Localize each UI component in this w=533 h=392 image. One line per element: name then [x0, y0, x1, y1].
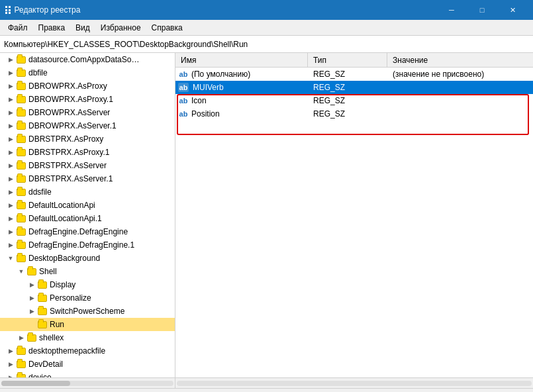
row-name-default: ab (По умолчанию) [175, 70, 308, 79]
row-type-default: REG_SZ [308, 70, 387, 79]
tree-label: datasource.ComAppxDataSo… [28, 55, 139, 64]
expand-icon[interactable]: ▶ [26, 279, 37, 290]
tree-item-defragengine1[interactable]: ▶ DefragEngine.DefragEngine.1 [0, 238, 175, 252]
expand-icon[interactable]: ▶ [5, 240, 16, 250]
table-body: ab (По умолчанию) REG_SZ (значение не пр… [175, 68, 533, 377]
expand-icon[interactable]: ▶ [5, 160, 16, 171]
tree-label: Shell [39, 267, 57, 276]
tree-item-dbrstprx-asproxy1[interactable]: ▶ DBRSTPRX.AsProxy.1 [0, 146, 175, 159]
tree-label: DBROWPRX.AsProxy [28, 81, 107, 91]
tree-item-device[interactable]: ▶ device [0, 371, 175, 377]
tree-item-datasource[interactable]: ▶ datasource.ComAppxDataSo… [0, 53, 175, 66]
tree-label: DesktopBackground [28, 254, 100, 263]
tree-item-dbrstprx-asproxy[interactable]: ▶ DBRSTPRX.AsProxy [0, 132, 175, 146]
expand-icon[interactable]: ▶ [26, 293, 37, 303]
folder-icon [16, 121, 26, 130]
expand-icon[interactable]: ▶ [5, 81, 16, 91]
column-header-value: Значение [387, 53, 533, 67]
tree-item-switchpowerscheme[interactable]: ▶ SwitchPowerScheme [0, 305, 175, 318]
expand-icon[interactable]: ▶ [5, 121, 16, 131]
tree-item-personalize[interactable]: ▶ Personalize [0, 291, 175, 305]
right-scrollbar[interactable] [175, 378, 533, 388]
expand-icon[interactable]: ▶ [5, 359, 16, 369]
expand-icon[interactable]: ▶ [5, 346, 16, 356]
menu-favorites[interactable]: Избранное [95, 21, 146, 34]
expand-icon[interactable]: ▶ [16, 332, 26, 343]
folder-icon [16, 240, 26, 250]
tree-item-devdetail[interactable]: ▶ DevDetail [0, 358, 175, 371]
tree-scrollbar[interactable] [0, 378, 175, 388]
table-row[interactable]: ab Icon REG_SZ [175, 94, 533, 107]
expand-icon[interactable]: ▶ [5, 173, 16, 184]
tree-item-desktopthemepackfile[interactable]: ▶ desktopthemepackfile [0, 344, 175, 358]
folder-icon [16, 55, 26, 64]
right-hscrollbar[interactable] [177, 381, 532, 386]
menu-bar: Файл Правка Вид Избранное Справка [0, 20, 533, 36]
tree-item-display[interactable]: ▶ Display [0, 278, 175, 291]
expand-icon[interactable]: ▼ [5, 253, 16, 264]
address-bar: Компьютер\HKEY_CLASSES_ROOT\DesktopBackg… [0, 36, 533, 53]
tree-label: DBROWPRX.AsServer.1 [28, 121, 117, 130]
tree-label: DefaultLocationApi [28, 201, 95, 210]
folder-icon [37, 280, 48, 289]
menu-file[interactable]: Файл [3, 21, 33, 34]
table-row[interactable]: ab (По умолчанию) REG_SZ (значение не пр… [175, 68, 533, 81]
expand-icon[interactable]: ▶ [5, 200, 16, 211]
maximize-button[interactable]: □ [467, 0, 497, 20]
tree-item-run[interactable]: Run [0, 318, 175, 331]
title-bar: Редактор реестра ─ □ ✕ [0, 0, 533, 20]
expand-icon[interactable]: ▶ [5, 226, 16, 237]
expand-icon[interactable]: ▶ [5, 134, 16, 144]
window-title: Редактор реестра [15, 5, 437, 15]
expand-icon[interactable]: ▶ [5, 372, 16, 377]
tree-label: DevDetail [28, 360, 63, 369]
tree-item-dbrowprx-asproxy1[interactable]: ▶ DBROWPRX.AsProxy.1 [0, 93, 175, 106]
folder-icon [37, 307, 48, 316]
expand-icon[interactable]: ▶ [5, 68, 16, 78]
right-panel: Имя Тип Значение ab (По умолчанию) [175, 53, 533, 377]
tree-hscrollbar[interactable] [1, 381, 173, 386]
folder-icon [16, 95, 26, 104]
table-row[interactable]: ab MUIVerb REG_SZ [175, 81, 533, 94]
tree-item-dbfile[interactable]: ▶ dbfile [0, 66, 175, 79]
expand-icon[interactable]: ▼ [16, 266, 26, 277]
tree-label: DBROWPRX.AsProxy.1 [28, 95, 113, 104]
expand-icon[interactable]: ▶ [5, 187, 16, 197]
tree-hscroll-thumb[interactable] [1, 381, 70, 386]
table-row[interactable]: ab Position REG_SZ [175, 107, 533, 121]
app-window: Редактор реестра ─ □ ✕ Файл Правка Вид И… [0, 0, 533, 392]
tree-item-ddsfile[interactable]: ▶ ddsfile [0, 185, 175, 199]
tree-item-defaultlocationapi[interactable]: ▶ DefaultLocationApi [0, 199, 175, 212]
tree-item-dbrstprx-asserver[interactable]: ▶ DBRSTPRX.AsServer [0, 159, 175, 172]
expand-icon[interactable]: ▶ [26, 306, 37, 317]
menu-edit[interactable]: Правка [33, 21, 71, 34]
folder-icon [16, 187, 26, 197]
tree-label: DBRSTPRX.AsProxy [28, 134, 103, 144]
folder-icon [16, 174, 26, 183]
tree-item-dbrowprx-asproxy[interactable]: ▶ DBROWPRX.AsProxy [0, 79, 175, 93]
tree-panel[interactable]: ▶ datasource.ComAppxDataSo… ▶ dbfile ▶ D… [0, 53, 175, 377]
tree-item-dbrowprx-asserver1[interactable]: ▶ DBROWPRX.AsServer.1 [0, 119, 175, 132]
expand-icon[interactable]: ▶ [5, 54, 16, 65]
tree-item-desktopbackground[interactable]: ▼ DesktopBackground [0, 252, 175, 265]
tree-item-defragengine[interactable]: ▶ DefragEngine.DefragEngine [0, 225, 175, 238]
tree-item-defaultlocationapi1[interactable]: ▶ DefaultLocationApi.1 [0, 212, 175, 225]
close-button[interactable]: ✕ [497, 0, 528, 20]
tree-item-shellex[interactable]: ▶ shellex [0, 331, 175, 344]
folder-icon [16, 68, 26, 77]
row-type-muiverb: REG_SZ [308, 83, 387, 92]
expand-icon[interactable]: ▶ [5, 147, 16, 158]
column-header-type: Тип [308, 53, 387, 67]
tree-item-shell[interactable]: ▼ Shell [0, 265, 175, 278]
expand-icon[interactable]: ▶ [5, 213, 16, 224]
tree-label: device [28, 373, 52, 377]
menu-help[interactable]: Справка [146, 21, 188, 34]
expand-icon[interactable]: ▶ [5, 107, 16, 118]
menu-view[interactable]: Вид [70, 21, 95, 34]
tree-item-dbrowprx-asserver[interactable]: ▶ DBROWPRX.AsServer [0, 106, 175, 119]
minimize-button[interactable]: ─ [436, 0, 467, 20]
expand-icon[interactable]: ▶ [5, 94, 16, 105]
main-content: ▶ datasource.ComAppxDataSo… ▶ dbfile ▶ D… [0, 53, 533, 377]
window-controls: ─ □ ✕ [436, 0, 528, 20]
tree-item-dbrstprx-asserver1[interactable]: ▶ DBRSTPRX.AsServer.1 [0, 172, 175, 185]
